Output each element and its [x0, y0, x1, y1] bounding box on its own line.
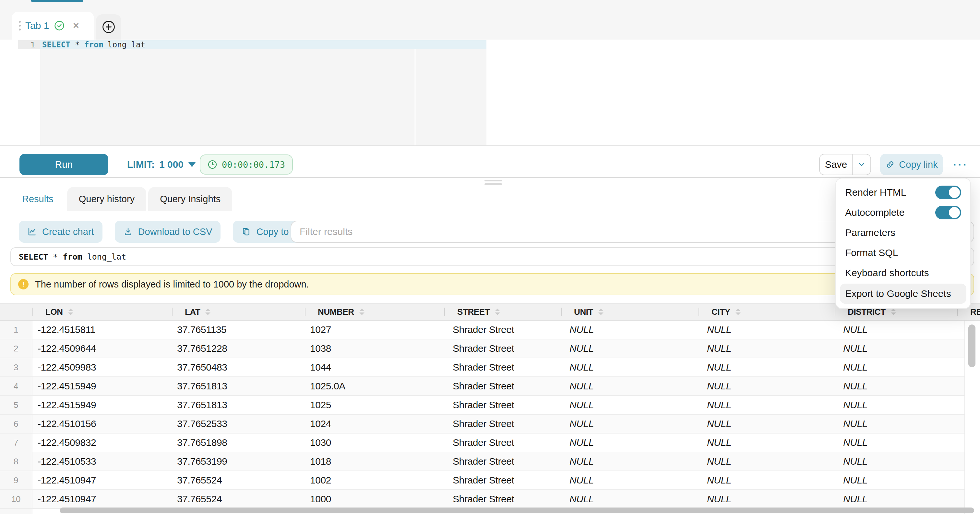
table-row[interactable]: 10-122.451094737.7655241000Shrader Stree…: [0, 490, 980, 509]
cell[interactable]: 37.7651228: [172, 339, 305, 358]
cell[interactable]: NULL: [698, 358, 835, 377]
cell[interactable]: 1002: [305, 471, 444, 489]
tab-tab1[interactable]: Tab 1 ✕: [12, 12, 94, 40]
menu-item-format-sql[interactable]: Format SQL: [836, 243, 970, 263]
sql-editor[interactable]: 1 SELECT * from long_lat: [0, 40, 980, 145]
cell[interactable]: Shrader Street: [444, 377, 561, 395]
cell[interactable]: 1038: [305, 339, 444, 358]
table-row[interactable]: 1-122.451581137.76511351027Shrader Stree…: [0, 321, 980, 339]
menu-item-parameters[interactable]: Parameters: [836, 223, 970, 243]
row-number[interactable]: 3: [0, 358, 32, 377]
column-header-city[interactable]: CITY: [698, 304, 835, 320]
cell[interactable]: Shrader Street: [444, 471, 561, 489]
vertical-scrollbar-thumb[interactable]: [968, 324, 975, 367]
menu-item-export-google-sheets[interactable]: Export to Google Sheets: [840, 284, 966, 304]
more-options-button[interactable]: ···: [947, 154, 974, 175]
autocomplete-toggle[interactable]: [935, 206, 961, 219]
tab-query-history[interactable]: Query history: [67, 187, 146, 211]
cell[interactable]: 1025.0A: [305, 377, 444, 395]
cell[interactable]: -122.4510533: [32, 452, 172, 471]
run-button[interactable]: Run: [19, 154, 108, 175]
limit-dropdown[interactable]: LIMIT: 1 000: [127, 154, 196, 175]
cell[interactable]: 1018: [305, 452, 444, 471]
cell[interactable]: NULL: [698, 452, 835, 471]
cell[interactable]: 37.7651813: [172, 396, 305, 414]
cell[interactable]: 1030: [305, 434, 444, 452]
cell[interactable]: -122.4515811: [32, 321, 172, 339]
cell[interactable]: 37.765524: [172, 490, 305, 508]
cell[interactable]: NULL: [561, 396, 698, 414]
cell[interactable]: NULL: [561, 415, 698, 433]
cell[interactable]: -122.4510947: [32, 471, 172, 489]
cell[interactable]: 1024: [305, 415, 444, 433]
cell[interactable]: 1025: [305, 396, 444, 414]
table-row[interactable]: 4-122.451594937.76518131025.0AShrader St…: [0, 377, 980, 396]
cell[interactable]: NULL: [835, 377, 957, 395]
save-button[interactable]: Save: [820, 155, 852, 175]
table-row[interactable]: 5-122.451594937.76518131025Shrader Stree…: [0, 396, 980, 415]
cell[interactable]: NULL: [698, 490, 835, 508]
cell[interactable]: 37.765524: [172, 471, 305, 489]
table-row[interactable]: 2-122.450964437.76512281038Shrader Stree…: [0, 339, 980, 358]
download-csv-button[interactable]: Download to CSV: [115, 221, 221, 243]
cell[interactable]: -122.4510156: [32, 415, 172, 433]
table-row[interactable]: 7-122.450983237.76518981030Shrader Stree…: [0, 434, 980, 452]
row-number[interactable]: 4: [0, 377, 32, 395]
column-header-street[interactable]: STREET: [444, 304, 561, 320]
cell[interactable]: NULL: [698, 434, 835, 452]
cell[interactable]: 1000: [305, 490, 444, 508]
sort-icon[interactable]: [735, 309, 741, 315]
sort-icon[interactable]: [68, 309, 73, 315]
cell[interactable]: NULL: [835, 358, 957, 377]
cell[interactable]: Shrader Street: [444, 321, 561, 339]
new-tab-button[interactable]: [96, 14, 121, 40]
column-header-lon[interactable]: LON: [32, 304, 172, 320]
menu-item-render-html[interactable]: Render HTML: [836, 182, 970, 203]
cell[interactable]: 37.7650483: [172, 358, 305, 377]
column-header-number[interactable]: NUMBER: [305, 304, 444, 320]
cell[interactable]: 37.7653199: [172, 452, 305, 471]
cell[interactable]: Shrader Street: [444, 396, 561, 414]
cell[interactable]: 37.7651898: [172, 434, 305, 452]
cell[interactable]: NULL: [561, 377, 698, 395]
row-number[interactable]: 5: [0, 396, 32, 414]
render-html-toggle[interactable]: [935, 186, 961, 199]
cell[interactable]: Shrader Street: [444, 434, 561, 452]
table-row[interactable]: 8-122.451053337.76531991018Shrader Stree…: [0, 452, 980, 471]
copy-link-button[interactable]: Copy link: [880, 154, 943, 175]
cell[interactable]: NULL: [561, 452, 698, 471]
vertical-scrollbar[interactable]: [964, 321, 980, 514]
sort-icon[interactable]: [359, 309, 364, 315]
tab-results[interactable]: Results: [10, 187, 65, 211]
row-number[interactable]: 10: [0, 490, 32, 508]
sort-icon[interactable]: [598, 309, 603, 315]
cell[interactable]: -122.4509832: [32, 434, 172, 452]
cell[interactable]: -122.4510947: [32, 490, 172, 508]
cell[interactable]: Shrader Street: [444, 358, 561, 377]
cell[interactable]: NULL: [698, 415, 835, 433]
cell[interactable]: NULL: [561, 471, 698, 489]
cell[interactable]: -122.4509983: [32, 358, 172, 377]
cell[interactable]: NULL: [561, 434, 698, 452]
cell[interactable]: Shrader Street: [444, 452, 561, 471]
cell[interactable]: 37.7651135: [172, 321, 305, 339]
cell[interactable]: 1044: [305, 358, 444, 377]
sort-icon[interactable]: [891, 309, 896, 315]
cell[interactable]: NULL: [698, 471, 835, 489]
row-number[interactable]: 6: [0, 415, 32, 433]
cell[interactable]: -122.4509644: [32, 339, 172, 358]
cell[interactable]: NULL: [835, 339, 957, 358]
cell[interactable]: 37.7651813: [172, 377, 305, 395]
cell[interactable]: NULL: [835, 471, 957, 489]
row-number[interactable]: 2: [0, 339, 32, 358]
menu-item-autocomplete[interactable]: Autocomplete: [836, 203, 970, 223]
cell[interactable]: NULL: [835, 452, 957, 471]
cell[interactable]: Shrader Street: [444, 490, 561, 508]
cell[interactable]: NULL: [835, 490, 957, 508]
sort-icon[interactable]: [495, 309, 500, 315]
create-chart-button[interactable]: Create chart: [19, 221, 102, 243]
cell[interactable]: NULL: [561, 339, 698, 358]
cell[interactable]: NULL: [698, 377, 835, 395]
row-number[interactable]: 7: [0, 434, 32, 452]
cell[interactable]: NULL: [698, 339, 835, 358]
